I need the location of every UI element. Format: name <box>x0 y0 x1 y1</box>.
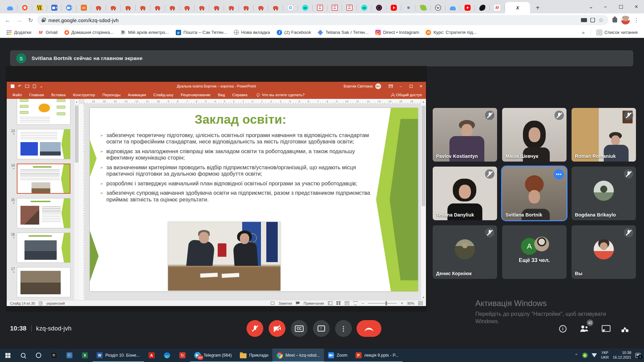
pinned-tab[interactable] <box>416 2 431 13</box>
pinned-tab[interactable] <box>386 2 401 13</box>
self-tile[interactable]: Вы <box>572 225 636 279</box>
pinned-tab[interactable] <box>298 2 313 13</box>
pinned-tab[interactable] <box>268 2 283 13</box>
ribbon-display-options-button[interactable] <box>386 82 396 90</box>
tab-slideshow[interactable]: Слайд-шоу <box>150 90 177 99</box>
red-app-button[interactable] <box>175 349 190 362</box>
leave-call-button[interactable] <box>357 320 381 337</box>
reload-button[interactable] <box>25 15 36 25</box>
pinned-tab[interactable] <box>475 2 490 13</box>
bookmark-tetiana[interactable]: Tetiana Sak / Тетян... <box>315 28 372 37</box>
thumbnail-row-15[interactable]: 15 <box>7 198 74 228</box>
clock[interactable]: 10:38 16.12.2021 <box>613 351 631 360</box>
pinned-tab[interactable] <box>372 2 386 13</box>
fit-to-window-button[interactable] <box>418 301 423 305</box>
extensions-button[interactable] <box>610 15 620 25</box>
pinned-tab[interactable] <box>209 2 224 13</box>
pinned-tab[interactable] <box>357 2 372 13</box>
bookmark-facebook[interactable]: (2) Facebook <box>274 28 314 37</box>
language-indicator[interactable]: УКР UKR <box>601 351 609 360</box>
slide-thumbnail[interactable] <box>17 233 70 263</box>
ppt-minimize-button[interactable]: – <box>396 82 406 90</box>
accessibility-icon[interactable] <box>39 301 42 305</box>
photos-app-button[interactable] <box>46 349 62 362</box>
pinned-tab[interactable] <box>17 2 32 13</box>
undo-icon[interactable] <box>18 84 21 88</box>
acrobat-app-button[interactable] <box>144 349 159 362</box>
tab-view[interactable]: Вид <box>214 90 229 99</box>
profile-avatar[interactable] <box>621 16 630 24</box>
vertical-scrollbar[interactable] <box>421 99 426 300</box>
tab-insert[interactable]: Вставка <box>48 90 69 99</box>
bookmarks-overflow-button[interactable]: » <box>579 29 588 35</box>
slide-thumbnail[interactable] <box>17 99 70 125</box>
scroll-up-icon[interactable] <box>421 99 426 104</box>
pinned-tab[interactable] <box>180 2 195 13</box>
participant-tile[interactable]: Pavlov Kostiantyn <box>433 108 497 162</box>
bookmark-newtab[interactable]: Нова вкладка <box>231 28 273 36</box>
pinned-tab[interactable] <box>106 2 121 13</box>
activities-button[interactable] <box>619 323 631 335</box>
ppt-restore-button[interactable] <box>406 82 416 90</box>
slide-sorter-view-button[interactable] <box>336 301 341 305</box>
tab-transitions[interactable]: Переходы <box>99 90 124 99</box>
forward-button[interactable] <box>14 15 24 25</box>
chrome-meet-window-button[interactable]: Meet – kzq-sdod... <box>272 349 324 362</box>
bookmark-archive[interactable]: Мій архів електро... <box>117 28 172 37</box>
pinned-tab[interactable] <box>165 2 180 13</box>
zoom-window-button[interactable]: Zoom <box>324 349 352 362</box>
pinned-tab[interactable] <box>490 2 504 13</box>
pinned-tab[interactable] <box>91 2 106 13</box>
pinned-tab[interactable] <box>224 2 239 13</box>
pinned-tab[interactable] <box>136 2 150 13</box>
pinned-tab[interactable] <box>254 2 268 13</box>
slide-thumbnail[interactable] <box>17 129 70 159</box>
participant-tile[interactable]: Tetiana Danyliuk <box>433 167 497 220</box>
reading-view-button[interactable] <box>345 301 349 305</box>
tab-animations[interactable]: Анимация <box>124 90 150 99</box>
slide[interactable]: Заклад освіти: забезпечує теоретичну під… <box>90 108 418 291</box>
calculator-app-button[interactable] <box>62 349 77 362</box>
participant-tile[interactable]: Маша Шевчук <box>502 108 567 162</box>
pinned-tab[interactable] <box>76 2 91 13</box>
pinned-tab[interactable] <box>195 2 209 13</box>
panel-scrollbar[interactable] <box>74 99 79 300</box>
url-text[interactable]: meet.google.com/kzq-sdod-jvh <box>48 17 119 23</box>
word-window-button[interactable]: Розділ 10. Бізне... <box>93 349 144 362</box>
bookmark-instagram[interactable]: Direct • Instagram <box>372 28 422 37</box>
lock-icon[interactable] <box>42 19 45 22</box>
action-center-icon[interactable]: 1 <box>635 353 641 358</box>
close-button[interactable] <box>629 0 644 13</box>
participant-tile[interactable]: Bogdana Brikaylo <box>572 167 636 220</box>
powerpoint-window-button[interactable]: лекція 9.pptx - P... <box>352 349 402 362</box>
telegram-window-button[interactable]: 564 Telegram (564) <box>190 349 236 362</box>
pinned-tab[interactable] <box>283 2 298 13</box>
scroll-up-icon[interactable] <box>74 99 79 104</box>
customize-qat-icon[interactable] <box>40 84 43 88</box>
minimize-button[interactable] <box>598 0 613 13</box>
bookmark-apps[interactable]: Додатки <box>3 28 34 37</box>
pinned-tab[interactable] <box>445 2 460 13</box>
network-tray-icon[interactable] <box>592 353 597 357</box>
participant-tile[interactable]: Денис Корніюк <box>433 225 497 279</box>
zoom-out-button[interactable]: − <box>362 301 364 306</box>
antivirus-tray-icon[interactable] <box>582 353 588 358</box>
participant-tile[interactable]: Roman Romaniuk <box>572 108 636 162</box>
bookmark-home[interactable]: Домашня сторінка... <box>61 28 117 36</box>
tab-home[interactable]: Главная <box>25 90 48 99</box>
pinned-tab[interactable] <box>3 2 17 13</box>
thumbnail-row-17[interactable]: 17 <box>7 267 74 297</box>
camera-in-use-icon[interactable] <box>581 18 587 22</box>
back-button[interactable] <box>3 15 13 25</box>
slide-thumbnail[interactable] <box>17 267 70 297</box>
slide-thumbnail-selected[interactable] <box>17 164 70 194</box>
thumbnail-row-16[interactable]: 16 <box>7 233 74 263</box>
scrollbar-thumb[interactable] <box>422 106 425 206</box>
new-document-icon[interactable] <box>33 84 36 88</box>
normal-view-button[interactable] <box>328 301 332 305</box>
tile-more-options-button[interactable] <box>554 169 564 179</box>
tab-help[interactable]: Справка <box>229 90 251 99</box>
zoom-in-button[interactable]: + <box>401 301 403 306</box>
thumbnail-row-13[interactable]: 13 <box>7 129 74 159</box>
slide-thumbnail[interactable] <box>17 198 70 228</box>
